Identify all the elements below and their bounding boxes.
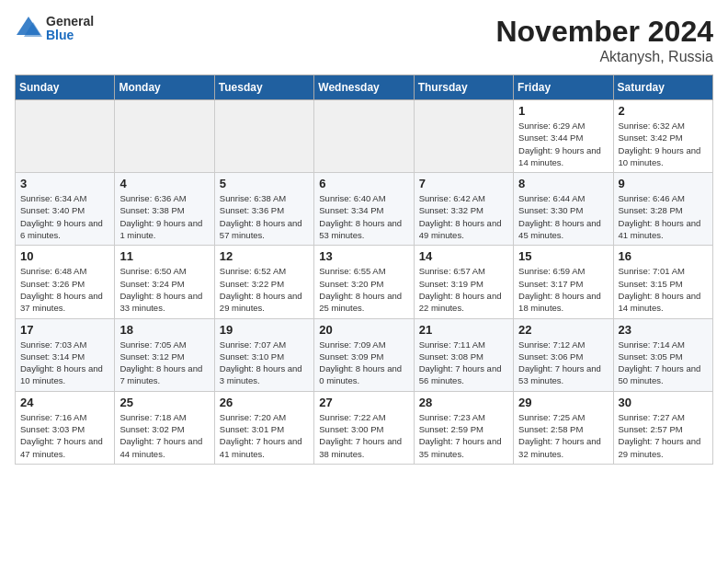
calendar-cell: 4Sunrise: 6:36 AM Sunset: 3:38 PM Daylig…: [115, 173, 214, 246]
title-block: November 2024 Aktanysh, Russia: [495, 15, 713, 65]
day-number: 21: [419, 323, 508, 337]
day-info: Sunrise: 6:42 AM Sunset: 3:32 PM Dayligh…: [419, 192, 508, 241]
calendar-header: Sunday Monday Tuesday Wednesday Thursday…: [16, 75, 713, 100]
calendar-cell: 7Sunrise: 6:42 AM Sunset: 3:32 PM Daylig…: [414, 173, 513, 246]
day-number: 2: [619, 104, 708, 118]
calendar-cell: [16, 100, 115, 173]
day-number: 27: [319, 396, 408, 409]
day-info: Sunrise: 7:16 AM Sunset: 3:03 PM Dayligh…: [20, 411, 109, 460]
calendar-cell: 30Sunrise: 7:27 AM Sunset: 2:57 PM Dayli…: [613, 391, 712, 464]
day-number: 19: [220, 323, 309, 337]
day-number: 24: [20, 396, 109, 409]
day-number: 29: [518, 396, 608, 409]
col-saturday: Saturday: [613, 75, 712, 100]
day-number: 18: [119, 323, 209, 337]
logo-icon: [15, 15, 42, 42]
calendar-title: November 2024: [495, 15, 713, 49]
day-info: Sunrise: 7:12 AM Sunset: 3:06 PM Dayligh…: [518, 339, 608, 387]
calendar-cell: 11Sunrise: 6:50 AM Sunset: 3:24 PM Dayli…: [115, 246, 214, 318]
day-number: 20: [319, 323, 408, 337]
calendar-cell: 27Sunrise: 7:22 AM Sunset: 3:00 PM Dayli…: [314, 391, 414, 464]
calendar-cell: 25Sunrise: 7:18 AM Sunset: 3:02 PM Dayli…: [115, 391, 214, 464]
calendar-subtitle: Aktanysh, Russia: [495, 49, 713, 65]
calendar-row-3: 10Sunrise: 6:48 AM Sunset: 3:26 PM Dayli…: [16, 246, 713, 318]
logo-general: General: [46, 15, 94, 29]
calendar-cell: 10Sunrise: 6:48 AM Sunset: 3:26 PM Dayli…: [16, 246, 115, 318]
day-info: Sunrise: 6:52 AM Sunset: 3:22 PM Dayligh…: [220, 265, 309, 314]
calendar-cell: 28Sunrise: 7:23 AM Sunset: 2:59 PM Dayli…: [414, 391, 513, 464]
calendar-cell: [414, 100, 513, 173]
day-number: 25: [119, 396, 209, 409]
day-number: 30: [619, 396, 708, 409]
col-wednesday: Wednesday: [314, 75, 414, 100]
calendar-cell: 2Sunrise: 6:32 AM Sunset: 3:42 PM Daylig…: [613, 100, 712, 173]
day-info: Sunrise: 6:48 AM Sunset: 3:26 PM Dayligh…: [20, 265, 109, 314]
day-number: 6: [319, 177, 408, 190]
day-info: Sunrise: 6:36 AM Sunset: 3:38 PM Dayligh…: [119, 192, 209, 241]
day-number: 5: [220, 177, 309, 190]
day-info: Sunrise: 7:05 AM Sunset: 3:12 PM Dayligh…: [119, 339, 209, 387]
calendar-table: Sunday Monday Tuesday Wednesday Thursday…: [15, 75, 713, 465]
day-info: Sunrise: 7:27 AM Sunset: 2:57 PM Dayligh…: [619, 411, 708, 460]
day-number: 1: [518, 104, 608, 118]
day-number: 16: [619, 249, 708, 263]
day-info: Sunrise: 6:55 AM Sunset: 3:20 PM Dayligh…: [319, 265, 408, 314]
logo: General Blue: [15, 15, 94, 43]
calendar-cell: 5Sunrise: 6:38 AM Sunset: 3:36 PM Daylig…: [214, 173, 313, 246]
col-sunday: Sunday: [16, 75, 115, 100]
day-info: Sunrise: 7:01 AM Sunset: 3:15 PM Dayligh…: [619, 265, 708, 314]
calendar-cell: 16Sunrise: 7:01 AM Sunset: 3:15 PM Dayli…: [613, 246, 712, 318]
day-info: Sunrise: 7:18 AM Sunset: 3:02 PM Dayligh…: [119, 411, 209, 460]
day-number: 14: [419, 249, 508, 263]
calendar-row-4: 17Sunrise: 7:03 AM Sunset: 3:14 PM Dayli…: [16, 318, 713, 391]
day-number: 3: [20, 177, 109, 190]
col-tuesday: Tuesday: [214, 75, 313, 100]
day-number: 4: [119, 177, 209, 190]
day-info: Sunrise: 6:46 AM Sunset: 3:28 PM Dayligh…: [619, 192, 708, 241]
day-info: Sunrise: 7:14 AM Sunset: 3:05 PM Dayligh…: [619, 339, 708, 387]
calendar-cell: 22Sunrise: 7:12 AM Sunset: 3:06 PM Dayli…: [514, 318, 613, 391]
day-info: Sunrise: 7:03 AM Sunset: 3:14 PM Dayligh…: [20, 339, 109, 387]
day-info: Sunrise: 7:11 AM Sunset: 3:08 PM Dayligh…: [419, 339, 508, 387]
day-info: Sunrise: 6:44 AM Sunset: 3:30 PM Dayligh…: [518, 192, 608, 241]
calendar-row-1: 1Sunrise: 6:29 AM Sunset: 3:44 PM Daylig…: [16, 100, 713, 173]
day-info: Sunrise: 7:09 AM Sunset: 3:09 PM Dayligh…: [319, 339, 408, 387]
calendar-cell: [214, 100, 313, 173]
day-info: Sunrise: 7:25 AM Sunset: 2:58 PM Dayligh…: [518, 411, 608, 460]
day-number: 22: [518, 323, 608, 337]
calendar-cell: 3Sunrise: 6:34 AM Sunset: 3:40 PM Daylig…: [16, 173, 115, 246]
day-info: Sunrise: 6:38 AM Sunset: 3:36 PM Dayligh…: [220, 192, 309, 241]
calendar-cell: 20Sunrise: 7:09 AM Sunset: 3:09 PM Dayli…: [314, 318, 414, 391]
day-number: 7: [419, 177, 508, 190]
calendar-cell: 15Sunrise: 6:59 AM Sunset: 3:17 PM Dayli…: [514, 246, 613, 318]
day-number: 28: [419, 396, 508, 409]
calendar-body: 1Sunrise: 6:29 AM Sunset: 3:44 PM Daylig…: [16, 100, 713, 465]
calendar-cell: 23Sunrise: 7:14 AM Sunset: 3:05 PM Dayli…: [613, 318, 712, 391]
page-header: General Blue November 2024 Aktanysh, Rus…: [15, 15, 713, 65]
day-number: 8: [518, 177, 608, 190]
calendar-cell: 21Sunrise: 7:11 AM Sunset: 3:08 PM Dayli…: [414, 318, 513, 391]
calendar-cell: 9Sunrise: 6:46 AM Sunset: 3:28 PM Daylig…: [613, 173, 712, 246]
day-number: 10: [20, 249, 109, 263]
logo-text: General Blue: [46, 15, 94, 43]
day-info: Sunrise: 7:22 AM Sunset: 3:00 PM Dayligh…: [319, 411, 408, 460]
calendar-cell: 24Sunrise: 7:16 AM Sunset: 3:03 PM Dayli…: [16, 391, 115, 464]
calendar-cell: 8Sunrise: 6:44 AM Sunset: 3:30 PM Daylig…: [514, 173, 613, 246]
day-info: Sunrise: 6:34 AM Sunset: 3:40 PM Dayligh…: [20, 192, 109, 241]
day-number: 9: [619, 177, 708, 190]
col-monday: Monday: [115, 75, 214, 100]
day-info: Sunrise: 6:29 AM Sunset: 3:44 PM Dayligh…: [518, 120, 608, 168]
calendar-cell: 17Sunrise: 7:03 AM Sunset: 3:14 PM Dayli…: [16, 318, 115, 391]
day-number: 15: [518, 249, 608, 263]
calendar-cell: 19Sunrise: 7:07 AM Sunset: 3:10 PM Dayli…: [214, 318, 313, 391]
day-number: 26: [220, 396, 309, 409]
calendar-row-5: 24Sunrise: 7:16 AM Sunset: 3:03 PM Dayli…: [16, 391, 713, 464]
day-info: Sunrise: 6:50 AM Sunset: 3:24 PM Dayligh…: [119, 265, 209, 314]
day-number: 17: [20, 323, 109, 337]
day-info: Sunrise: 6:40 AM Sunset: 3:34 PM Dayligh…: [319, 192, 408, 241]
day-info: Sunrise: 7:23 AM Sunset: 2:59 PM Dayligh…: [419, 411, 508, 460]
day-info: Sunrise: 6:59 AM Sunset: 3:17 PM Dayligh…: [518, 265, 608, 314]
day-number: 12: [220, 249, 309, 263]
calendar-row-2: 3Sunrise: 6:34 AM Sunset: 3:40 PM Daylig…: [16, 173, 713, 246]
day-info: Sunrise: 6:32 AM Sunset: 3:42 PM Dayligh…: [619, 120, 708, 168]
